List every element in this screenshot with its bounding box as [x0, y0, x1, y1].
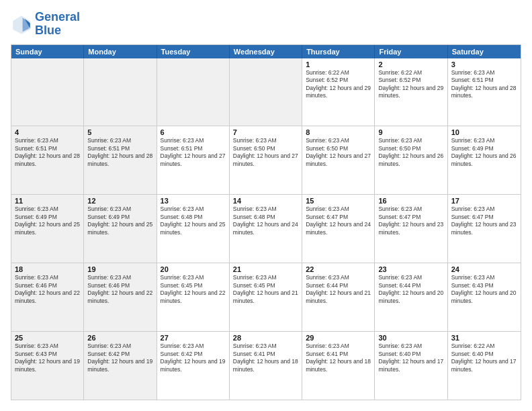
- day-number: 28: [233, 334, 298, 342]
- weekday-header: Wednesday: [230, 45, 302, 58]
- day-number: 5: [87, 128, 152, 136]
- day-info: Sunrise: 6:23 AM Sunset: 6:40 PM Dayligh…: [378, 342, 443, 373]
- calendar-cell: [230, 58, 302, 126]
- day-info: Sunrise: 6:23 AM Sunset: 6:51 PM Dayligh…: [15, 137, 80, 168]
- day-number: 31: [451, 334, 517, 342]
- day-number: 21: [233, 265, 298, 273]
- day-number: 19: [87, 265, 152, 273]
- calendar-cell: 29Sunrise: 6:23 AM Sunset: 6:41 PM Dayli…: [302, 332, 375, 400]
- day-info: Sunrise: 6:23 AM Sunset: 6:43 PM Dayligh…: [15, 342, 80, 373]
- header: General Blue: [11, 11, 521, 38]
- day-number: 1: [306, 60, 371, 68]
- weekday-header: Friday: [375, 45, 447, 58]
- calendar-cell: 2Sunrise: 6:22 AM Sunset: 6:52 PM Daylig…: [375, 58, 447, 126]
- calendar-cell: 14Sunrise: 6:23 AM Sunset: 6:48 PM Dayli…: [230, 195, 302, 263]
- day-number: 12: [87, 197, 152, 205]
- logo-icon: [11, 13, 32, 35]
- day-info: Sunrise: 6:23 AM Sunset: 6:43 PM Dayligh…: [451, 274, 517, 305]
- calendar-cell: 11Sunrise: 6:23 AM Sunset: 6:49 PM Dayli…: [11, 195, 84, 263]
- day-info: Sunrise: 6:23 AM Sunset: 6:46 PM Dayligh…: [15, 274, 80, 305]
- calendar-cell: 18Sunrise: 6:23 AM Sunset: 6:46 PM Dayli…: [11, 263, 84, 331]
- calendar-cell: [11, 58, 84, 126]
- day-number: 26: [87, 334, 152, 342]
- weekday-header: Tuesday: [157, 45, 230, 58]
- calendar-cell: 16Sunrise: 6:23 AM Sunset: 6:47 PM Dayli…: [375, 195, 447, 263]
- day-number: 9: [378, 128, 443, 136]
- day-info: Sunrise: 6:23 AM Sunset: 6:47 PM Dayligh…: [451, 205, 517, 236]
- calendar-cell: 30Sunrise: 6:23 AM Sunset: 6:40 PM Dayli…: [375, 332, 447, 400]
- logo-text: General Blue: [35, 11, 80, 38]
- day-info: Sunrise: 6:23 AM Sunset: 6:50 PM Dayligh…: [233, 137, 298, 168]
- day-number: 30: [378, 334, 443, 342]
- calendar-cell: 23Sunrise: 6:23 AM Sunset: 6:44 PM Dayli…: [375, 263, 447, 331]
- day-number: 20: [161, 265, 226, 273]
- day-number: 7: [233, 128, 298, 136]
- calendar-cell: 7Sunrise: 6:23 AM Sunset: 6:50 PM Daylig…: [230, 126, 302, 194]
- day-info: Sunrise: 6:23 AM Sunset: 6:44 PM Dayligh…: [378, 274, 443, 305]
- calendar-cell: 6Sunrise: 6:23 AM Sunset: 6:51 PM Daylig…: [157, 126, 230, 194]
- day-info: Sunrise: 6:23 AM Sunset: 6:49 PM Dayligh…: [451, 137, 517, 168]
- calendar-cell: 21Sunrise: 6:23 AM Sunset: 6:45 PM Dayli…: [230, 263, 302, 331]
- weekday-header: Sunday: [11, 45, 84, 58]
- calendar-cell: [157, 58, 230, 126]
- day-number: 18: [15, 265, 80, 273]
- day-number: 13: [161, 197, 226, 205]
- day-info: Sunrise: 6:23 AM Sunset: 6:51 PM Dayligh…: [451, 69, 517, 100]
- day-info: Sunrise: 6:23 AM Sunset: 6:45 PM Dayligh…: [233, 274, 298, 305]
- calendar-cell: 28Sunrise: 6:23 AM Sunset: 6:41 PM Dayli…: [230, 332, 302, 400]
- day-number: 16: [378, 197, 443, 205]
- day-info: Sunrise: 6:23 AM Sunset: 6:50 PM Dayligh…: [306, 137, 371, 168]
- day-info: Sunrise: 6:23 AM Sunset: 6:41 PM Dayligh…: [233, 342, 298, 373]
- calendar-cell: 12Sunrise: 6:23 AM Sunset: 6:49 PM Dayli…: [84, 195, 157, 263]
- calendar-row: 11Sunrise: 6:23 AM Sunset: 6:49 PM Dayli…: [11, 195, 521, 263]
- calendar-cell: 25Sunrise: 6:23 AM Sunset: 6:43 PM Dayli…: [11, 332, 84, 400]
- day-number: 11: [15, 197, 80, 205]
- day-info: Sunrise: 6:23 AM Sunset: 6:47 PM Dayligh…: [306, 205, 371, 236]
- calendar-header: SundayMondayTuesdayWednesdayThursdayFrid…: [11, 45, 521, 58]
- day-info: Sunrise: 6:23 AM Sunset: 6:51 PM Dayligh…: [161, 137, 226, 168]
- weekday-header: Saturday: [448, 45, 521, 58]
- day-number: 14: [233, 197, 298, 205]
- day-info: Sunrise: 6:22 AM Sunset: 6:52 PM Dayligh…: [378, 69, 443, 100]
- calendar-cell: 19Sunrise: 6:23 AM Sunset: 6:46 PM Dayli…: [84, 263, 157, 331]
- calendar-body: 1Sunrise: 6:22 AM Sunset: 6:52 PM Daylig…: [11, 58, 521, 400]
- day-info: Sunrise: 6:23 AM Sunset: 6:48 PM Dayligh…: [161, 205, 226, 236]
- calendar-row: 25Sunrise: 6:23 AM Sunset: 6:43 PM Dayli…: [11, 332, 521, 400]
- day-info: Sunrise: 6:23 AM Sunset: 6:51 PM Dayligh…: [87, 137, 152, 168]
- page: General Blue SundayMondayTuesdayWednesda…: [0, 0, 532, 411]
- calendar-cell: 31Sunrise: 6:22 AM Sunset: 6:40 PM Dayli…: [448, 332, 521, 400]
- calendar-row: 4Sunrise: 6:23 AM Sunset: 6:51 PM Daylig…: [11, 126, 521, 195]
- day-info: Sunrise: 6:23 AM Sunset: 6:49 PM Dayligh…: [15, 205, 80, 236]
- day-number: 3: [451, 60, 517, 68]
- day-number: 25: [15, 334, 80, 342]
- day-info: Sunrise: 6:22 AM Sunset: 6:52 PM Dayligh…: [306, 69, 371, 100]
- calendar-cell: 22Sunrise: 6:23 AM Sunset: 6:44 PM Dayli…: [302, 263, 375, 331]
- day-info: Sunrise: 6:23 AM Sunset: 6:50 PM Dayligh…: [378, 137, 443, 168]
- day-info: Sunrise: 6:22 AM Sunset: 6:40 PM Dayligh…: [451, 342, 517, 373]
- day-number: 6: [161, 128, 226, 136]
- day-number: 23: [378, 265, 443, 273]
- weekday-header: Monday: [84, 45, 157, 58]
- day-number: 27: [161, 334, 226, 342]
- calendar-cell: 17Sunrise: 6:23 AM Sunset: 6:47 PM Dayli…: [448, 195, 521, 263]
- day-number: 2: [378, 60, 443, 68]
- calendar-cell: 3Sunrise: 6:23 AM Sunset: 6:51 PM Daylig…: [448, 58, 521, 126]
- calendar-cell: 4Sunrise: 6:23 AM Sunset: 6:51 PM Daylig…: [11, 126, 84, 194]
- day-number: 4: [15, 128, 80, 136]
- day-info: Sunrise: 6:23 AM Sunset: 6:47 PM Dayligh…: [378, 205, 443, 236]
- calendar-cell: [84, 58, 157, 126]
- calendar-cell: 1Sunrise: 6:22 AM Sunset: 6:52 PM Daylig…: [302, 58, 375, 126]
- day-number: 10: [451, 128, 517, 136]
- day-info: Sunrise: 6:23 AM Sunset: 6:42 PM Dayligh…: [87, 342, 152, 373]
- calendar-cell: 20Sunrise: 6:23 AM Sunset: 6:45 PM Dayli…: [157, 263, 230, 331]
- day-number: 8: [306, 128, 371, 136]
- logo: General Blue: [11, 11, 80, 38]
- day-number: 24: [451, 265, 517, 273]
- calendar-cell: 13Sunrise: 6:23 AM Sunset: 6:48 PM Dayli…: [157, 195, 230, 263]
- day-info: Sunrise: 6:23 AM Sunset: 6:42 PM Dayligh…: [161, 342, 226, 373]
- calendar: SundayMondayTuesdayWednesdayThursdayFrid…: [11, 44, 521, 400]
- calendar-row: 1Sunrise: 6:22 AM Sunset: 6:52 PM Daylig…: [11, 58, 521, 127]
- weekday-header: Thursday: [302, 45, 375, 58]
- calendar-row: 18Sunrise: 6:23 AM Sunset: 6:46 PM Dayli…: [11, 263, 521, 332]
- calendar-cell: 8Sunrise: 6:23 AM Sunset: 6:50 PM Daylig…: [302, 126, 375, 194]
